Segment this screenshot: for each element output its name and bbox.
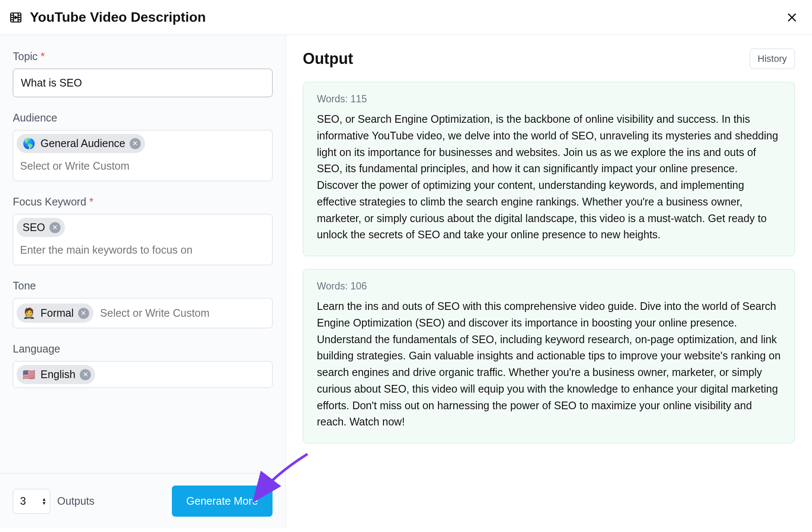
- outputs-label: Outputs: [57, 495, 95, 507]
- close-button[interactable]: [785, 10, 799, 25]
- keyword-tag: SEO ✕: [17, 218, 65, 237]
- chevron-down-icon[interactable]: ▼: [42, 501, 46, 505]
- word-count: Words: 106: [317, 280, 781, 292]
- stepper-icon[interactable]: ▲ ▼: [42, 497, 46, 505]
- tone-group: Tone 🤵 Formal ✕: [13, 280, 273, 328]
- tone-input[interactable]: [97, 302, 269, 324]
- form-panel: Topic * Audience 🌎 General Audience ✕: [0, 35, 286, 529]
- keyword-tag-text: SEO: [23, 221, 45, 234]
- audience-tag-text: General Audience: [41, 137, 125, 150]
- focus-keyword-group: Focus Keyword * SEO ✕: [13, 196, 273, 265]
- header-bar: YouTube Video Description: [0, 0, 812, 35]
- output-text: Learn the ins and outs of SEO with this …: [317, 298, 781, 430]
- audience-group: Audience 🌎 General Audience ✕: [13, 112, 273, 181]
- language-tag-container[interactable]: 🇺🇸 English ✕: [13, 361, 273, 388]
- bottom-bar: 3 ▲ ▼ Outputs Generate More: [0, 473, 285, 529]
- remove-tag-icon[interactable]: ✕: [78, 308, 89, 319]
- topic-label: Topic *: [13, 50, 273, 63]
- outputs-count-input[interactable]: 3 ▲ ▼: [13, 489, 50, 514]
- audience-label: Audience: [13, 112, 273, 124]
- audience-tag-container[interactable]: 🌎 General Audience ✕: [13, 130, 273, 181]
- remove-tag-icon[interactable]: ✕: [130, 138, 141, 149]
- remove-tag-icon[interactable]: ✕: [80, 369, 91, 380]
- remove-tag-icon[interactable]: ✕: [49, 222, 61, 233]
- header-left: YouTube Video Description: [9, 9, 206, 25]
- language-group: Language 🇺🇸 English ✕: [13, 343, 273, 388]
- tone-tag-container[interactable]: 🤵 Formal ✕: [13, 298, 273, 328]
- word-count: Words: 115: [317, 93, 781, 105]
- focus-keyword-tag-container[interactable]: SEO ✕: [13, 214, 273, 265]
- film-icon: [9, 10, 23, 25]
- focus-keyword-input[interactable]: [17, 239, 269, 261]
- audience-input[interactable]: [17, 155, 269, 177]
- svg-marker-8: [15, 16, 17, 18]
- language-tag: 🇺🇸 English ✕: [17, 365, 95, 384]
- output-card[interactable]: Words: 115 SEO, or Search Engine Optimiz…: [303, 82, 795, 256]
- tone-tag-text: Formal: [41, 307, 74, 319]
- focus-keyword-label: Focus Keyword *: [13, 196, 273, 208]
- person-icon: 🤵: [23, 307, 35, 319]
- flag-icon: 🇺🇸: [23, 369, 35, 381]
- output-text: SEO, or Search Engine Optimization, is t…: [317, 111, 781, 243]
- form-area: Topic * Audience 🌎 General Audience ✕: [0, 35, 285, 473]
- globe-icon: 🌎: [23, 138, 35, 150]
- main-area: Topic * Audience 🌎 General Audience ✕: [0, 35, 812, 529]
- topic-input[interactable]: [13, 69, 273, 97]
- output-panel: Output History Words: 115 SEO, or Search…: [286, 35, 812, 529]
- output-title: Output: [303, 50, 353, 68]
- output-card[interactable]: Words: 106 Learn the ins and outs of SEO…: [303, 269, 795, 443]
- tone-label: Tone: [13, 280, 273, 292]
- language-label: Language: [13, 343, 273, 355]
- tone-tag: 🤵 Formal ✕: [17, 304, 93, 323]
- outputs-control: 3 ▲ ▼ Outputs: [13, 489, 95, 514]
- topic-group: Topic *: [13, 50, 273, 97]
- outputs-count-value: 3: [20, 495, 26, 507]
- generate-more-button[interactable]: Generate More: [172, 486, 273, 517]
- audience-tag: 🌎 General Audience ✕: [17, 134, 145, 153]
- history-button[interactable]: History: [750, 49, 795, 69]
- language-tag-text: English: [41, 368, 75, 381]
- page-title: YouTube Video Description: [30, 9, 206, 25]
- output-header: Output History: [303, 49, 795, 69]
